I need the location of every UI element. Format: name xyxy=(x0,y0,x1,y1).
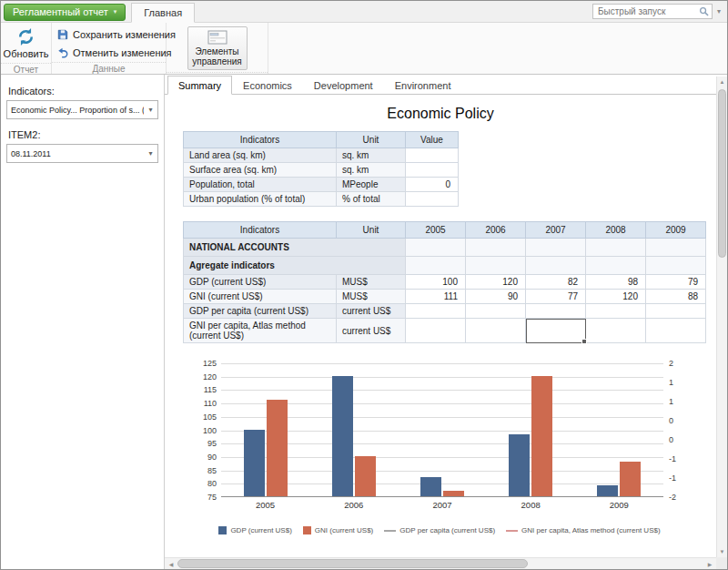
indicator-cell[interactable]: GDP (current US$) xyxy=(184,275,337,290)
value-cell[interactable] xyxy=(526,304,586,319)
table-row: Land area (sq. km)sq. km xyxy=(184,148,459,163)
bar[interactable] xyxy=(355,456,376,496)
scroll-up-button[interactable]: ▲ xyxy=(717,76,727,87)
scroll-right-button[interactable]: ▶ xyxy=(703,558,716,569)
unit-cell[interactable]: MPeople xyxy=(337,178,406,192)
bar[interactable] xyxy=(267,400,288,496)
x-axis-label: 2008 xyxy=(521,500,541,510)
vertical-scroll-thumb[interactable] xyxy=(718,89,726,258)
value-cell[interactable]: 120 xyxy=(466,275,526,290)
value-cell[interactable]: 88 xyxy=(646,290,706,304)
value-cell[interactable] xyxy=(526,257,586,275)
value-cell[interactable]: 90 xyxy=(466,290,526,304)
horizontal-scrollbar[interactable]: ◀ ▶ xyxy=(165,557,716,569)
section-label[interactable]: NATIONAL ACCOUNTS xyxy=(184,239,406,257)
indicator-cell[interactable]: Population, total xyxy=(184,178,337,192)
bar[interactable] xyxy=(509,434,530,496)
value-cell[interactable] xyxy=(526,239,586,257)
horizontal-scroll-thumb[interactable] xyxy=(177,559,528,568)
unit-cell[interactable]: sq. km xyxy=(337,163,406,178)
value-cell[interactable] xyxy=(406,163,459,178)
indicator-cell[interactable]: Land area (sq. km) xyxy=(184,148,337,163)
vertical-scrollbar[interactable]: ▲ ▼ xyxy=(716,76,727,557)
bar[interactable] xyxy=(620,462,641,496)
controls-icon xyxy=(207,30,228,45)
unit-cell[interactable]: sq. km xyxy=(337,148,406,163)
horizontal-scroll-track[interactable] xyxy=(177,558,703,569)
value-cell[interactable] xyxy=(586,239,646,257)
indicator-cell[interactable]: GDP per capita (current US$) xyxy=(184,304,337,319)
value-cell[interactable]: 82 xyxy=(526,275,586,290)
unit-cell[interactable]: current US$ xyxy=(337,319,406,343)
refresh-icon xyxy=(15,26,36,47)
ribbon-tab-home[interactable]: Главная xyxy=(131,3,195,23)
value-cell[interactable] xyxy=(466,257,526,275)
bar[interactable] xyxy=(332,376,353,496)
value-cell[interactable]: 0 xyxy=(406,178,459,192)
item2-dropdown[interactable]: 08.11.2011 ▾ xyxy=(6,144,158,163)
scroll-left-button[interactable]: ◀ xyxy=(165,558,177,569)
value-cell[interactable] xyxy=(466,304,526,319)
value-cell[interactable]: 79 xyxy=(646,275,706,290)
value-cell[interactable]: 98 xyxy=(586,275,646,290)
refresh-button[interactable]: Обновить xyxy=(0,25,52,61)
unit-cell[interactable]: current US$ xyxy=(337,304,406,319)
y-axis-left: 1251201151101051009590858075 xyxy=(190,363,221,497)
indicator-cell[interactable]: Urban population (% of total) xyxy=(184,192,337,207)
legend-item: GDP (current US$) xyxy=(218,526,291,534)
unit-cell[interactable]: MUS$ xyxy=(337,275,406,290)
report-tab-environment[interactable]: Environment xyxy=(384,76,462,95)
save-changes-button[interactable]: Сохранить изменения xyxy=(55,27,178,42)
value-cell[interactable] xyxy=(406,148,459,163)
unit-cell[interactable]: % of total xyxy=(337,192,406,207)
value-cell[interactable] xyxy=(406,319,466,343)
value-cell[interactable] xyxy=(406,257,466,275)
report-tab-economics[interactable]: Economics xyxy=(232,76,303,95)
bar[interactable] xyxy=(420,477,441,496)
value-cell[interactable]: 77 xyxy=(526,290,586,304)
report-tab-summary[interactable]: Summary xyxy=(167,76,232,95)
indicator-cell[interactable]: GNI per capita, Atlas method (current US… xyxy=(184,319,337,343)
undo-changes-button[interactable]: Отменить изменения xyxy=(55,46,175,60)
value-cell[interactable]: 100 xyxy=(406,275,466,290)
item2-dropdown-value: 08.11.2011 xyxy=(7,149,144,158)
value-cell[interactable] xyxy=(406,192,459,207)
value-cell[interactable]: 111 xyxy=(406,290,466,304)
table-header-row: IndicatorsUnit20052006200720082009 xyxy=(184,222,706,239)
indicator-cell[interactable]: GNI (current US$) xyxy=(184,290,337,304)
report-menu-label: Регламентный отчет xyxy=(13,6,108,17)
bar[interactable] xyxy=(597,485,618,496)
search-input[interactable] xyxy=(598,6,699,16)
report-tab-development[interactable]: Development xyxy=(303,76,384,95)
section-label[interactable]: Agregate indicators xyxy=(184,257,406,275)
value-cell[interactable] xyxy=(646,319,706,343)
value-cell[interactable] xyxy=(586,257,646,275)
value-cell[interactable] xyxy=(406,239,466,257)
bar[interactable] xyxy=(244,430,265,497)
value-cell[interactable] xyxy=(586,319,646,343)
bar[interactable] xyxy=(531,376,552,496)
value-cell[interactable] xyxy=(526,319,586,343)
column-header: Unit xyxy=(337,132,406,148)
value-cell[interactable] xyxy=(646,239,706,257)
ribbon-options-chevron[interactable]: ▾ xyxy=(717,7,721,15)
y-axis-tick: 115 xyxy=(204,385,217,394)
unit-cell[interactable]: MUS$ xyxy=(337,290,406,304)
controls-button[interactable]: Элементы управления xyxy=(187,26,248,70)
value-cell[interactable] xyxy=(646,304,706,319)
indicators-dropdown-value: Economic Policy... Proportion of s... (1 xyxy=(7,106,144,115)
indicator-cell[interactable]: Surface area (sq. km) xyxy=(184,163,337,178)
value-cell[interactable] xyxy=(466,319,526,343)
value-cell[interactable] xyxy=(646,257,706,275)
scrollbar-corner xyxy=(716,557,727,569)
value-cell[interactable] xyxy=(406,304,466,319)
scroll-down-button[interactable]: ▼ xyxy=(717,546,727,557)
value-cell[interactable]: 120 xyxy=(586,290,646,304)
legend-swatch xyxy=(303,526,311,534)
report-menu-button[interactable]: Регламентный отчет ▾ xyxy=(4,4,126,21)
y2-axis-tick: -1 xyxy=(669,473,676,483)
value-cell[interactable] xyxy=(466,239,526,257)
bar[interactable] xyxy=(443,491,464,496)
indicators-dropdown[interactable]: Economic Policy... Proportion of s... (1… xyxy=(6,100,158,119)
value-cell[interactable] xyxy=(586,304,646,319)
